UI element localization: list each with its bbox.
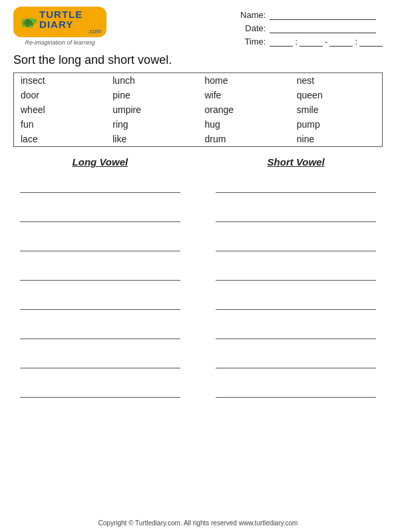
time-colon-2: : <box>355 37 357 47</box>
time-dash: - <box>325 37 327 47</box>
footer: Copyright © Turtlediary.com. All rights … <box>0 519 396 527</box>
form-fields: Name: Date: Time: : - : <box>239 7 383 47</box>
time-field-4[interactable] <box>359 36 383 47</box>
word-cell: drum <box>198 132 290 146</box>
word-grid: insectlunchhomenestdoorpinewifequeenwhee… <box>14 73 382 146</box>
write-line[interactable] <box>20 262 180 281</box>
time-field-2[interactable] <box>299 36 323 47</box>
long-vowel-title: Long Vowel <box>20 156 180 168</box>
logo-box: TURTLE DIARY .com <box>13 7 106 37</box>
write-line[interactable] <box>216 321 376 339</box>
svg-point-7 <box>21 22 24 23</box>
word-cell: fun <box>14 117 106 132</box>
write-line[interactable] <box>216 262 376 281</box>
date-label: Date: <box>239 23 266 33</box>
write-line[interactable] <box>20 233 180 251</box>
logo-tagline: Re-imagination of learning <box>25 39 95 46</box>
short-vowel-lines <box>216 174 376 398</box>
header: TURTLE DIARY .com Re-imagination of lear… <box>13 7 383 47</box>
word-cell: wife <box>198 88 290 102</box>
write-line[interactable] <box>20 321 180 339</box>
write-line[interactable] <box>216 379 376 398</box>
word-cell: lunch <box>106 73 198 88</box>
logo-area: TURTLE DIARY .com Re-imagination of lear… <box>13 7 106 46</box>
footer-text: Copyright © Turtlediary.com. All rights … <box>99 519 298 527</box>
write-line[interactable] <box>20 203 180 222</box>
word-cell: pump <box>290 117 382 132</box>
word-cell: smile <box>290 102 382 117</box>
svg-point-2 <box>35 20 35 21</box>
name-row: Name: <box>239 9 383 20</box>
write-line[interactable] <box>216 350 376 368</box>
word-cell: door <box>14 88 106 102</box>
long-vowel-col: Long Vowel <box>20 156 180 408</box>
instruction: Sort the long and short vowel. <box>13 53 383 67</box>
word-cell: umpire <box>106 102 198 117</box>
page: TURTLE DIARY .com Re-imagination of lear… <box>0 0 396 532</box>
time-field-1[interactable] <box>270 36 293 47</box>
word-cell: hug <box>198 117 290 132</box>
word-cell: like <box>106 132 198 146</box>
word-cell: home <box>198 73 290 88</box>
word-cell: orange <box>198 102 290 117</box>
word-cell: queen <box>290 88 382 102</box>
word-cell: pine <box>106 88 198 102</box>
word-table: insectlunchhomenestdoorpinewifequeenwhee… <box>13 72 383 147</box>
write-line[interactable] <box>216 291 376 310</box>
short-vowel-col: Short Vowel <box>216 156 376 408</box>
turtle-icon <box>19 9 38 35</box>
long-vowel-lines <box>20 174 180 398</box>
name-line[interactable] <box>270 9 376 20</box>
time-row: Time: : - : <box>239 36 383 47</box>
time-field-3[interactable] <box>329 36 353 47</box>
time-fields: : - : <box>270 36 383 47</box>
write-line[interactable] <box>20 379 180 398</box>
write-line[interactable] <box>20 350 180 368</box>
logo-title: TURTLE DIARY <box>39 9 101 29</box>
word-cell: nine <box>290 132 382 146</box>
time-colon-1: : <box>295 37 297 47</box>
short-vowel-title: Short Vowel <box>216 156 376 168</box>
date-line[interactable] <box>270 23 376 33</box>
word-cell: ring <box>106 117 198 132</box>
word-cell: lace <box>14 132 106 146</box>
svg-point-8 <box>25 20 31 25</box>
write-line[interactable] <box>216 203 376 222</box>
logo-com: .com <box>88 28 101 35</box>
write-line[interactable] <box>216 174 376 193</box>
word-cell: insect <box>14 73 106 88</box>
write-line[interactable] <box>20 291 180 310</box>
logo-text: TURTLE DIARY .com <box>39 9 101 35</box>
write-line[interactable] <box>20 174 180 193</box>
word-cell: wheel <box>14 102 106 117</box>
columns-section: Long Vowel Short Vowel <box>13 156 383 408</box>
date-row: Date: <box>239 23 383 33</box>
write-line[interactable] <box>216 233 376 251</box>
name-label: Name: <box>239 10 266 20</box>
word-cell: nest <box>290 73 382 88</box>
time-label: Time: <box>239 37 266 47</box>
